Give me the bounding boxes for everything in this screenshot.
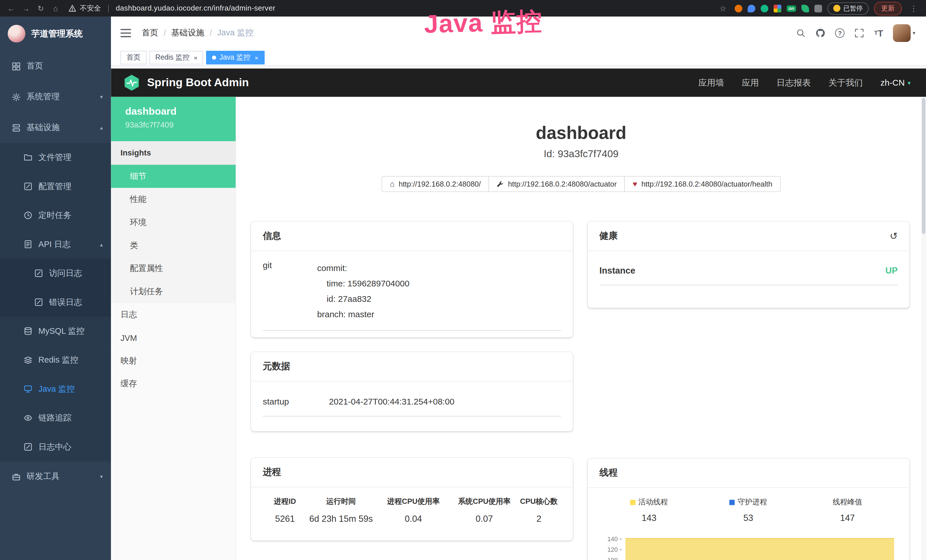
sba-brand-title[interactable]: Spring Boot Admin xyxy=(147,76,249,89)
home-icon: ⌂ xyxy=(390,180,394,188)
metadata-card: 元数据 startup 2021-04-27T00:44:31.254+08:0… xyxy=(251,352,573,431)
menu-item-jvm[interactable]: JVM xyxy=(111,326,236,349)
folder-icon xyxy=(24,153,33,162)
menu-item-config-props[interactable]: 配置属性 xyxy=(111,257,236,280)
infrastructure-icon xyxy=(12,123,21,132)
legend-daemon-threads: 守护进程 53 xyxy=(699,498,798,523)
instance-header[interactable]: dashboard 93a3fc7f7409 xyxy=(111,97,236,141)
extension-on-badge[interactable]: on xyxy=(787,5,796,12)
menu-item-caches[interactable]: 缓存 xyxy=(111,372,236,395)
sidebar-item-redis-monitor[interactable]: Redis 监控 xyxy=(0,345,111,374)
gear-icon xyxy=(12,92,21,101)
menu-item-metrics[interactable]: 性能 xyxy=(111,188,236,211)
fullscreen-icon[interactable] xyxy=(855,28,864,38)
sba-nav-wallboard[interactable]: 应用墙 xyxy=(698,77,724,88)
extensions-grid-icon[interactable] xyxy=(774,5,781,12)
y-axis-tick: 100 xyxy=(599,557,622,560)
app-title: 芋道管理系统 xyxy=(31,28,83,39)
extension-icon-leaf[interactable] xyxy=(801,5,809,12)
extension-icon-green-circle[interactable] xyxy=(761,5,769,12)
extension-icon-puzzle[interactable] xyxy=(814,5,822,12)
locale-selector[interactable]: zh-CN ▾ xyxy=(881,78,911,87)
metadata-key: startup xyxy=(263,397,329,407)
user-avatar[interactable]: ▾ xyxy=(893,24,915,42)
extension-icon-blue-drop[interactable] xyxy=(748,5,755,12)
sidebar-item-infrastructure[interactable]: 基础设施 ▴ xyxy=(0,112,111,143)
sidebar-item-config-manage[interactable]: 配置管理 xyxy=(0,172,111,201)
sidebar-item-system[interactable]: 系统管理 ▾ xyxy=(0,82,111,112)
update-button[interactable]: 更新 xyxy=(874,2,902,15)
reload-icon[interactable]: ↻ xyxy=(34,2,47,15)
sidebar-item-home[interactable]: 首页 xyxy=(0,51,111,82)
menu-item-details[interactable]: 细节 xyxy=(111,165,236,188)
tab-java-monitor[interactable]: Java 监控 × xyxy=(206,51,264,65)
bookmark-star-icon[interactable]: ☆ xyxy=(716,2,729,15)
metadata-card-body: startup 2021-04-27T00:44:31.254+08:00 xyxy=(251,382,573,425)
sba-nav-applications[interactable]: 应用 xyxy=(742,77,759,88)
content-scrollbar[interactable] xyxy=(921,97,926,560)
instance-id: 93a3fc7f7409 xyxy=(125,120,236,129)
toolbox-icon xyxy=(12,472,21,481)
menu-item-mappings[interactable]: 映射 xyxy=(111,349,236,372)
font-size-icon[interactable]: TT xyxy=(874,29,883,37)
database-icon xyxy=(24,327,33,336)
threads-chart: 140 120 100 xyxy=(599,531,898,560)
close-icon[interactable]: × xyxy=(194,54,197,61)
tab-home[interactable]: 首页 xyxy=(120,51,146,65)
browser-menu-icon[interactable]: ⋮ xyxy=(907,2,920,15)
actuator-url-button[interactable]: http://192.168.0.2:48080/actuator xyxy=(489,176,625,192)
sidebar-item-file-manage[interactable]: 文件管理 xyxy=(0,143,111,172)
close-icon[interactable]: × xyxy=(255,54,259,61)
sidebar-item-tracing[interactable]: 链路追踪 xyxy=(0,403,111,432)
sidebar-item-access-log[interactable]: 访问日志 xyxy=(0,259,111,288)
menu-item-scheduled-tasks[interactable]: 计划任务 xyxy=(111,280,236,303)
menu-item-classes[interactable]: 类 xyxy=(111,234,236,257)
breadcrumb-infrastructure[interactable]: 基础设施 xyxy=(171,28,204,38)
health-url-button[interactable]: ♥ http://192.168.0.2:48080/actuator/heal… xyxy=(624,176,781,192)
sba-nav-journal[interactable]: 日志报表 xyxy=(776,77,811,88)
dashboard-icon xyxy=(12,62,21,70)
sidebar-item-error-log[interactable]: 错误日志 xyxy=(0,288,111,316)
menu-item-environment[interactable]: 环境 xyxy=(111,211,236,234)
eye-icon xyxy=(24,414,33,422)
github-icon[interactable] xyxy=(816,28,825,38)
chevron-up-icon: ▴ xyxy=(100,125,103,131)
browser-toolbar-right: ☆ on 已暂停 更新 ⋮ xyxy=(716,2,921,15)
sidebar-item-log-center[interactable]: 日志中心 xyxy=(0,433,111,461)
sidebar-item-scheduled-jobs[interactable]: 定时任务 xyxy=(0,201,111,230)
health-row-instance[interactable]: Instance UP xyxy=(599,260,898,285)
app-frame: 芋道管理系统 首页 系统管理 ▾ 基础设施 ▴ 文件管理 xyxy=(0,17,926,560)
legend-peak-threads: 线程峰值 147 xyxy=(798,498,897,523)
site-security-chip[interactable]: 不安全 xyxy=(68,3,101,13)
browser-home-icon[interactable]: ⌂ xyxy=(49,2,62,15)
info-card-body: git commit: time: 1596289704000 id: 27aa… xyxy=(251,251,573,337)
menu-item-loggers[interactable]: 日志 xyxy=(111,303,236,326)
smiley-avatar-icon xyxy=(833,5,840,12)
legend-swatch-blue xyxy=(729,500,735,505)
sidebar-item-dev-tools[interactable]: 研发工具 ▾ xyxy=(0,461,111,492)
logo-avatar xyxy=(8,25,26,42)
extension-icon-orange[interactable] xyxy=(735,5,743,12)
help-icon[interactable]: ? xyxy=(835,28,844,38)
history-icon[interactable]: ↺ xyxy=(890,232,898,241)
url-text[interactable]: dashboard.yudao.iocoder.cn/infra/admin-s… xyxy=(116,4,275,12)
profile-paused-badge[interactable]: 已暂停 xyxy=(827,2,869,14)
tab-redis-monitor[interactable]: Redis 监控 × xyxy=(150,51,203,65)
sidebar-toggle-icon[interactable] xyxy=(120,29,131,37)
breadcrumb: 首页 / 基础设施 / Java 监控 xyxy=(142,28,254,38)
breadcrumb-home[interactable]: 首页 xyxy=(142,28,158,38)
spring-boot-admin-logo-icon[interactable] xyxy=(123,74,141,92)
insights-group: 细节 性能 环境 类 配置属性 计划任务 xyxy=(111,165,236,303)
scrollbar-thumb[interactable] xyxy=(922,98,925,234)
service-url-button[interactable]: ⌂ http://192.168.0.2:48080/ xyxy=(381,176,489,192)
sba-nav-about[interactable]: 关于我们 xyxy=(828,77,863,88)
back-icon[interactable]: ← xyxy=(5,2,18,15)
sidebar-item-api-log[interactable]: API 日志 ▴ xyxy=(0,230,111,259)
sidebar-item-mysql-monitor[interactable]: MySQL 监控 xyxy=(0,317,111,345)
sidebar-item-java-monitor[interactable]: Java 监控 xyxy=(0,375,111,403)
forward-icon[interactable]: → xyxy=(20,2,33,15)
metadata-value: 2021-04-27T00:44:31.254+08:00 xyxy=(329,397,454,407)
cards-grid: 信息 git commit: time: 1596289704000 id: 2 xyxy=(236,222,926,560)
search-icon[interactable] xyxy=(796,28,806,38)
paused-label: 已暂停 xyxy=(843,4,863,12)
